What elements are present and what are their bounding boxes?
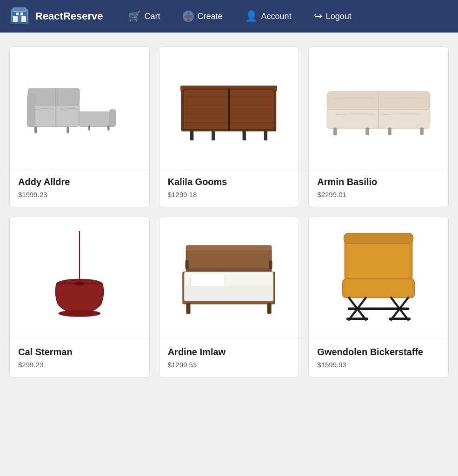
product-name-kalila: Kalila Gooms xyxy=(168,176,291,188)
svg-rect-61 xyxy=(345,280,412,296)
product-name-gwendolen: Gwendolen Bickerstaffe xyxy=(317,346,440,358)
product-card-6[interactable]: Gwendolen Bickerstaffe $1599.93 xyxy=(308,217,449,377)
navbar: ReactReserve 🛒 Cart ➕ Create 👤 Account ↪… xyxy=(0,0,458,33)
product-price-kalila: $1299.18 xyxy=(168,191,291,198)
product-name-armin: Armin Basilio xyxy=(317,176,440,188)
product-info-gwendolen: Gwendolen Bickerstaffe $1599.93 xyxy=(309,338,448,377)
nav-logout[interactable]: ↪ Logout xyxy=(303,0,363,33)
svg-rect-15 xyxy=(66,127,69,133)
product-info-addy: Addy Alldre $1999.23 xyxy=(10,168,149,207)
svg-rect-34 xyxy=(243,131,246,140)
svg-rect-6 xyxy=(11,22,28,24)
product-info-cal: Cal Sterman $299.23 xyxy=(10,338,149,377)
svg-rect-4 xyxy=(16,13,19,15)
svg-rect-41 xyxy=(388,127,391,135)
brand-logo[interactable]: ReactReserve xyxy=(9,6,103,26)
svg-rect-52 xyxy=(185,286,273,301)
create-icon: ➕ xyxy=(183,11,194,22)
product-card-5[interactable]: Ardine Imlaw $1299.53 xyxy=(159,217,299,377)
product-card-4[interactable]: Cal Sterman $299.23 xyxy=(9,217,150,377)
account-label: Account xyxy=(261,12,292,21)
svg-point-44 xyxy=(58,310,100,317)
svg-rect-55 xyxy=(186,260,189,269)
svg-rect-59 xyxy=(344,233,413,244)
product-image-cal xyxy=(10,217,149,338)
product-price-cal: $299.23 xyxy=(18,361,141,369)
svg-rect-14 xyxy=(34,127,37,133)
product-name-ardine: Ardine Imlaw xyxy=(168,346,291,358)
product-grid: Addy Alldre $1999.23 xyxy=(0,33,458,391)
svg-rect-10 xyxy=(27,94,35,126)
nav-create[interactable]: ➕ Create xyxy=(172,0,234,33)
product-name-addy: Addy Alldre xyxy=(18,176,141,188)
product-image-gwendolen xyxy=(309,217,448,338)
svg-point-45 xyxy=(74,282,85,285)
svg-rect-66 xyxy=(348,308,410,310)
svg-rect-67 xyxy=(346,317,368,320)
product-image-armin xyxy=(309,47,448,168)
svg-rect-11 xyxy=(109,110,115,127)
product-card-1[interactable]: Addy Alldre $1999.23 xyxy=(9,46,150,207)
svg-rect-9 xyxy=(28,88,80,105)
create-label: Create xyxy=(198,12,223,21)
product-card-3[interactable]: Armin Basilio $2299.01 xyxy=(308,46,449,207)
product-info-ardine: Ardine Imlaw $1299.53 xyxy=(159,338,299,377)
brand-name: ReactReserve xyxy=(35,10,103,22)
nav-cart[interactable]: 🛒 Cart xyxy=(117,0,172,33)
svg-rect-17 xyxy=(107,126,110,131)
svg-rect-21 xyxy=(230,90,274,129)
svg-rect-33 xyxy=(212,131,215,140)
product-price-ardine: $1299.53 xyxy=(168,361,291,369)
svg-rect-58 xyxy=(348,238,409,278)
account-icon: 👤 xyxy=(245,10,258,22)
svg-rect-39 xyxy=(420,127,424,135)
svg-rect-1 xyxy=(13,8,26,12)
cart-icon: 🛒 xyxy=(128,10,141,22)
cart-label: Cart xyxy=(145,12,160,21)
svg-rect-54 xyxy=(267,303,272,314)
product-price-armin: $2299.01 xyxy=(317,191,440,198)
svg-rect-7 xyxy=(28,103,80,127)
nav-menu: 🛒 Cart ➕ Create 👤 Account ↪ Logout xyxy=(117,0,363,33)
product-info-kalila: Kalila Gooms $1299.18 xyxy=(159,168,299,207)
product-image-ardine xyxy=(159,217,299,338)
svg-rect-38 xyxy=(333,127,337,135)
svg-rect-8 xyxy=(79,112,113,126)
nav-account[interactable]: 👤 Account xyxy=(234,0,303,33)
svg-rect-53 xyxy=(186,303,191,314)
svg-rect-5 xyxy=(20,13,23,15)
product-image-kalila xyxy=(159,47,299,168)
product-image-addy xyxy=(10,47,149,168)
svg-rect-68 xyxy=(389,317,411,320)
svg-rect-30 xyxy=(228,88,230,131)
svg-rect-16 xyxy=(88,126,90,131)
logout-label: Logout xyxy=(326,12,352,21)
product-price-addy: $1999.23 xyxy=(18,191,141,198)
svg-rect-20 xyxy=(184,90,229,129)
svg-rect-32 xyxy=(264,131,267,140)
product-price-gwendolen: $1599.93 xyxy=(317,361,440,369)
svg-rect-40 xyxy=(365,127,369,135)
svg-rect-48 xyxy=(186,245,272,251)
svg-rect-56 xyxy=(269,260,272,269)
logout-icon: ↪ xyxy=(314,10,322,22)
product-card-2[interactable]: Kalila Gooms $1299.18 xyxy=(159,46,299,207)
store-icon xyxy=(9,6,30,26)
svg-rect-31 xyxy=(190,131,193,140)
product-info-armin: Armin Basilio $2299.01 xyxy=(309,168,448,207)
product-name-cal: Cal Sterman xyxy=(18,346,141,358)
